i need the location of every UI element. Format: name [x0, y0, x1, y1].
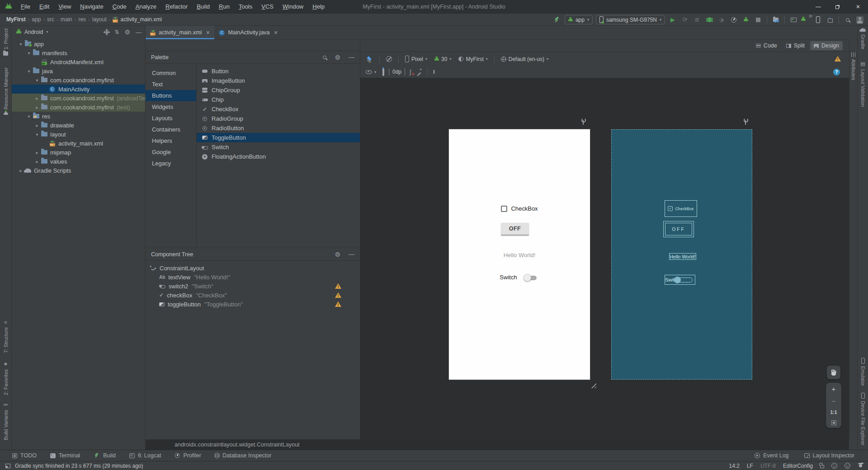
zoom-ratio[interactable]: 1:1: [830, 409, 837, 415]
breadcrumb-res[interactable]: res: [78, 16, 86, 23]
gear-icon[interactable]: ⚙: [335, 54, 340, 61]
mode-code[interactable]: Code: [752, 41, 781, 50]
menu-edit[interactable]: Edit: [35, 0, 54, 13]
toolwindow-terminal[interactable]: Terminal: [50, 452, 80, 459]
component-constraintlayout[interactable]: ConstraintLayout: [146, 263, 360, 273]
menu-file[interactable]: File: [16, 0, 35, 13]
component-switch2[interactable]: switch2"Switch": [146, 282, 360, 291]
tree-item-layout[interactable]: ▾layout: [12, 130, 145, 139]
close-button[interactable]: ✕: [848, 0, 868, 14]
toolwindow-attributes[interactable]: Attributes: [849, 52, 857, 80]
toolwindow-layout-validation[interactable]: ▤ Layout Validation: [858, 61, 868, 107]
profiler-restart-icon[interactable]: [741, 15, 750, 24]
view-options-icon[interactable]: ▾: [364, 70, 378, 74]
apply-changes-icon[interactable]: ⟳: [680, 15, 689, 24]
toolwindow-profiler[interactable]: Profiler: [175, 452, 201, 459]
hide-panel-icon[interactable]: —: [136, 29, 142, 35]
pan-button[interactable]: [827, 366, 840, 379]
palette-category-widgets[interactable]: Widgets: [146, 101, 196, 113]
toolwindow-project[interactable]: 1: Project: [0, 28, 11, 56]
default-margin-select[interactable]: 0dp: [389, 68, 405, 75]
tree-item-gradle-scripts[interactable]: ▸Gradle Scripts: [12, 166, 145, 175]
tree-item-manifests[interactable]: ▾manifests: [12, 48, 145, 57]
editorconfig-indicator[interactable]: EditorConfig: [783, 463, 813, 469]
smiley-icon[interactable]: [831, 463, 837, 469]
palette-item-togglebutton[interactable]: ToggleButton: [197, 133, 360, 142]
menu-navigate[interactable]: Navigate: [75, 0, 108, 13]
warning-icon[interactable]: [335, 283, 341, 289]
tab-activity-main-xml[interactable]: activity_main.xml ✕: [146, 26, 214, 39]
component-togglebutton[interactable]: toggleButton"ToggleButton": [146, 300, 360, 309]
tree-item-drawable[interactable]: ▸drawable: [12, 121, 145, 130]
autoconnect-icon[interactable]: [382, 69, 384, 75]
menu-view[interactable]: View: [54, 0, 75, 13]
component-textview[interactable]: AbtextView"Hello World!": [146, 273, 360, 282]
unlock-icon[interactable]: [820, 465, 824, 468]
hide-panel-icon[interactable]: —: [349, 251, 354, 257]
zoom-out-icon[interactable]: −: [832, 398, 836, 404]
warning-icon[interactable]: [335, 292, 341, 298]
blueprint-checkbox[interactable]: ✓ CheckBox: [665, 200, 697, 217]
toolwindow-device-file-explorer[interactable]: Device File Explorer: [858, 393, 868, 445]
theme-menu[interactable]: MyFirst▾: [457, 56, 489, 62]
breadcrumb-project[interactable]: MyFirst: [6, 16, 26, 23]
menu-window[interactable]: Window: [278, 0, 308, 13]
toolwindow-favorites[interactable]: ★2: Favorites: [0, 361, 11, 395]
tree-item-mipmap[interactable]: ▸mipmap: [12, 148, 145, 157]
warning-icon[interactable]: [335, 301, 341, 307]
toolwindow-gradle[interactable]: Gradle: [858, 28, 868, 49]
clear-constraints-icon[interactable]: ∫: [410, 69, 411, 75]
tree-item-res[interactable]: ▾res: [12, 112, 145, 121]
design-canvas[interactable]: CheckBox OFF Hello World! Switch ✓ Check…: [360, 78, 849, 439]
breadcrumb-main[interactable]: main: [61, 16, 72, 23]
palette-item-button[interactable]: Button: [197, 66, 360, 76]
preview-toggle-button[interactable]: OFF: [501, 223, 529, 235]
blueprint-textview[interactable]: Hello World!: [669, 253, 696, 260]
toolwindow-toggle-icon[interactable]: [5, 464, 10, 468]
avd-manager-icon[interactable]: [789, 15, 798, 24]
device-menu[interactable]: Pixel▾: [403, 56, 429, 62]
mode-split[interactable]: Split: [783, 41, 808, 50]
hide-panel-icon[interactable]: —: [349, 54, 354, 60]
palette-item-checkbox[interactable]: ✓CheckBox: [197, 104, 360, 114]
view-options-select[interactable]: [364, 56, 375, 62]
infer-constraints-icon[interactable]: [416, 69, 422, 75]
palette-category-text[interactable]: Text: [146, 79, 196, 90]
device-select[interactable]: samsung SM-G975N ▾: [596, 15, 665, 24]
tree-item-java[interactable]: ▾java: [12, 66, 145, 75]
menu-refactor[interactable]: Refactor: [161, 0, 192, 13]
preview-switch[interactable]: Switch: [449, 273, 590, 281]
tree-item-package-test[interactable]: ▸com.cookandroid.myfirst(test): [12, 103, 145, 112]
tree-item-app[interactable]: ▾app: [12, 39, 145, 48]
palette-item-radiogroup[interactable]: RadioGroup: [197, 114, 360, 123]
toolwindow-build-variants[interactable]: ≔Build Variants: [0, 402, 11, 440]
tree-item-package[interactable]: ▾com.cookandroid.myfirst: [12, 75, 145, 85]
frown-icon[interactable]: [844, 463, 850, 469]
search-icon[interactable]: [323, 56, 326, 59]
run-icon[interactable]: ▶: [668, 15, 677, 24]
palette-item-switch[interactable]: Switch: [197, 142, 360, 152]
profile-apk-icon[interactable]: [771, 15, 780, 24]
minimize-button[interactable]: —: [808, 0, 828, 14]
tree-item-androidmanifest[interactable]: AndroidManifest.xml: [12, 57, 145, 66]
palette-category-helpers[interactable]: Helpers: [146, 135, 196, 146]
orientation-select[interactable]: [384, 56, 394, 62]
palette-category-containers[interactable]: Containers: [146, 124, 196, 135]
breadcrumb-file[interactable]: activity_main.xml: [120, 16, 161, 23]
user-avatar[interactable]: [855, 15, 864, 24]
device-manager-icon[interactable]: [813, 15, 822, 24]
run-configuration-select[interactable]: app ▾: [565, 15, 593, 24]
blueprint-toggle-button[interactable]: OFF: [663, 221, 694, 237]
palette-category-google[interactable]: Google: [146, 146, 196, 158]
menu-vcs[interactable]: VCS: [257, 0, 278, 13]
inspections-hector-icon[interactable]: [858, 463, 863, 469]
build-hammer-icon[interactable]: [552, 15, 561, 24]
palette-item-fab[interactable]: +FloatingActionButton: [197, 152, 360, 161]
menu-help[interactable]: Help: [308, 0, 329, 13]
tree-item-package-androidtest[interactable]: ▸com.cookandroid.myfirst(androidTest): [12, 94, 145, 103]
design-preview[interactable]: CheckBox OFF Hello World! Switch: [449, 129, 590, 380]
mode-design[interactable]: Design: [810, 41, 843, 50]
breadcrumb-app[interactable]: app: [32, 16, 41, 23]
caret-position[interactable]: 14:2: [729, 463, 740, 469]
render-warning-icon[interactable]: [835, 56, 841, 61]
